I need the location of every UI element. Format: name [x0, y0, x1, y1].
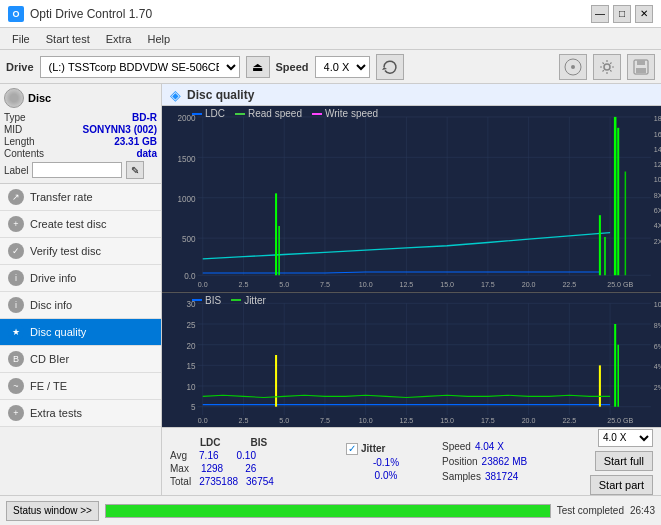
maximize-button[interactable]: □: [613, 5, 631, 23]
settings-button[interactable]: [593, 54, 621, 80]
sidebar-item-disc-quality[interactable]: ★ Disc quality: [0, 319, 161, 346]
disc-quality-label: Disc quality: [30, 326, 86, 338]
window-title: Opti Drive Control 1.70: [30, 7, 152, 21]
status-time: 26:43: [630, 505, 655, 516]
menu-extra[interactable]: Extra: [98, 31, 140, 47]
eject-button[interactable]: ⏏: [246, 56, 270, 78]
svg-text:5.0: 5.0: [279, 280, 289, 289]
jitter-label: Jitter: [244, 295, 266, 306]
disc-icon-button[interactable]: [559, 54, 587, 80]
svg-rect-55: [162, 293, 661, 427]
start-full-button[interactable]: Start full: [595, 451, 653, 471]
contents-label: Contents: [4, 148, 44, 159]
create-test-disc-icon: +: [8, 216, 24, 232]
top-chart-legend: LDC Read speed Write speed: [192, 108, 378, 119]
svg-text:16X: 16X: [654, 129, 661, 138]
toolbar: Drive (L:) TSSTcorp BDDVDW SE-506CB TS02…: [0, 50, 661, 84]
app-icon: O: [8, 6, 24, 22]
chart-header: ◈ Disc quality: [162, 84, 661, 106]
status-window-button[interactable]: Status window >>: [6, 501, 99, 521]
svg-text:500: 500: [182, 234, 196, 244]
svg-rect-5: [636, 68, 646, 73]
start-part-button[interactable]: Start part: [590, 475, 653, 495]
svg-text:2.5: 2.5: [239, 280, 249, 289]
ldc-color: [192, 113, 202, 115]
read-speed-label: Read speed: [248, 108, 302, 119]
svg-text:22.5: 22.5: [562, 417, 576, 425]
save-icon: [633, 59, 649, 75]
disc-info-label: Disc info: [30, 299, 72, 311]
sidebar-item-create-test-disc[interactable]: + Create test disc: [0, 211, 161, 238]
close-button[interactable]: ✕: [635, 5, 653, 23]
svg-point-2: [604, 64, 610, 70]
svg-text:12X: 12X: [654, 160, 661, 169]
contents-value: data: [136, 148, 157, 159]
jitter-color: [231, 299, 241, 301]
svg-text:5.0: 5.0: [279, 417, 289, 425]
sidebar-item-fe-te[interactable]: ~ FE / TE: [0, 373, 161, 400]
bis-column-header: BIS: [251, 437, 268, 448]
svg-text:7.5: 7.5: [320, 417, 330, 425]
minimize-button[interactable]: —: [591, 5, 609, 23]
menubar: File Start test Extra Help: [0, 28, 661, 50]
legend-ldc: LDC: [192, 108, 225, 119]
svg-rect-6: [162, 106, 661, 292]
refresh-button[interactable]: [376, 54, 404, 80]
jitter-checkbox[interactable]: ✓: [346, 443, 358, 455]
bis-color: [192, 299, 202, 301]
gear-icon: [599, 59, 615, 75]
speed-stat-label: Speed: [442, 441, 471, 452]
sidebar-item-disc-info[interactable]: i Disc info: [0, 292, 161, 319]
svg-text:15: 15: [187, 362, 196, 371]
svg-text:10%: 10%: [654, 301, 661, 309]
svg-text:10: 10: [187, 383, 196, 392]
transfer-rate-label: Transfer rate: [30, 191, 93, 203]
total-ldc: 2735188: [199, 476, 238, 487]
svg-text:25.0 GB: 25.0 GB: [607, 280, 633, 289]
svg-text:6%: 6%: [654, 342, 661, 350]
length-value: 23.31 GB: [114, 136, 157, 147]
main-layout: Disc Type BD-R MID SONYNN3 (002) Length …: [0, 84, 661, 495]
svg-rect-4: [637, 60, 645, 65]
fe-te-label: FE / TE: [30, 380, 67, 392]
save-button[interactable]: [627, 54, 655, 80]
disc-icon: [564, 58, 582, 76]
svg-text:20: 20: [187, 341, 196, 350]
type-label: Type: [4, 112, 26, 123]
content-area: ◈ Disc quality LDC Read speed: [162, 84, 661, 495]
max-jitter: 0.0%: [346, 470, 426, 481]
svg-text:10.0: 10.0: [359, 417, 373, 425]
svg-text:25: 25: [187, 321, 196, 330]
svg-text:2X: 2X: [654, 236, 661, 245]
drive-info-icon: i: [8, 270, 24, 286]
drive-select[interactable]: (L:) TSSTcorp BDDVDW SE-506CB TS02: [40, 56, 240, 78]
mid-value: SONYNN3 (002): [83, 124, 157, 135]
menu-file[interactable]: File: [4, 31, 38, 47]
speed-select[interactable]: 4.0 X: [315, 56, 370, 78]
sidebar-item-verify-test-disc[interactable]: ✓ Verify test disc: [0, 238, 161, 265]
max-bis: 26: [245, 463, 256, 474]
disc-info-icon: i: [8, 297, 24, 313]
sidebar-item-transfer-rate[interactable]: ↗ Transfer rate: [0, 184, 161, 211]
sidebar-item-drive-info[interactable]: i Drive info: [0, 265, 161, 292]
max-ldc: 1298: [201, 463, 223, 474]
menu-help[interactable]: Help: [139, 31, 178, 47]
disc-info-table: Type BD-R MID SONYNN3 (002) Length 23.31…: [4, 112, 157, 179]
create-test-disc-label: Create test disc: [30, 218, 106, 230]
svg-text:1000: 1000: [177, 194, 195, 204]
svg-text:10X: 10X: [654, 175, 661, 184]
disc-quality-icon: ★: [8, 324, 24, 340]
avg-jitter: -0.1%: [346, 457, 426, 468]
sidebar-item-extra-tests[interactable]: + Extra tests: [0, 400, 161, 427]
avg-ldc: 7.16: [199, 450, 218, 461]
label-edit-button[interactable]: ✎: [126, 161, 144, 179]
label-input[interactable]: [32, 162, 122, 178]
chart-speed-select[interactable]: 4.0 X: [598, 429, 653, 447]
svg-text:8%: 8%: [654, 322, 661, 330]
svg-text:20.0: 20.0: [522, 417, 536, 425]
sidebar-item-cd-bier[interactable]: B CD BIer: [0, 346, 161, 373]
svg-text:15.0: 15.0: [440, 280, 454, 289]
drive-info-label: Drive info: [30, 272, 76, 284]
sidebar: Disc Type BD-R MID SONYNN3 (002) Length …: [0, 84, 162, 495]
menu-start-test[interactable]: Start test: [38, 31, 98, 47]
